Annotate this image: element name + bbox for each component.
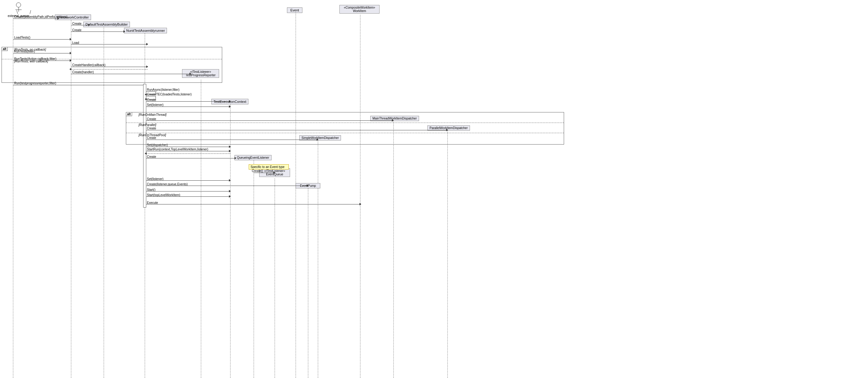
arrow-label-create-nunit: Create [72,28,82,32]
arrow-label-create-defaulttest: Create [72,22,82,25]
lifeline-simpledispatcher [318,140,318,378]
arrowhead-createhandler-return [69,68,71,70]
arrow-label-create-mainthreaddispatcher: Create [147,117,156,121]
arrowhead-createhandler [146,65,148,68]
fragment-condition-runonmainthread: [RunOnMainThread] [138,113,167,116]
arrowhead-set-listener2 [229,179,231,182]
arrow-startrun [146,151,230,151]
lifeline-workitem [360,15,361,378]
lifeline-eventqueue [275,178,275,378]
arrow-label-runtests-filter: RunTests(filter) [14,50,35,53]
actor-event: Event [287,7,302,13]
arrow-set-listener1 [146,107,230,107]
arrow-label-create-assemblypath: Create(assemblyPath,idPrefix,settings) [14,15,68,19]
arrowhead-runtests-filter [70,52,71,54]
arrow-label-createhandler: CreateHandler(callback) [72,63,105,67]
arrowhead-create-tec [229,100,231,103]
arrowhead-create-nunit [123,30,125,33]
arrowhead-execute [360,203,361,205]
fragment-divider-2a [126,123,564,123]
arrow-label-create-eventqueue: Create() [252,169,263,173]
actor-nunit-assemblyrunner: NunitTestAssemblyrunner [124,28,167,33]
arrow-label-execute: Execute [147,201,158,204]
arrowhead-loadtests [70,38,71,40]
arrowhead-create-queueing [235,157,236,159]
arrow-label-create-simpledispatcher: Create [147,136,156,140]
lifeline-eventpump [308,188,308,378]
sequence-diagram: external_runner FrameworkController Defa… [0,0,868,378]
arrowhead-runasync [145,93,147,96]
arrow-load [71,44,148,45]
arrow-create-queueing [146,158,236,158]
arrowhead-start-toplevel [229,195,231,198]
arrowhead-create-paralleldispatcher [446,129,448,131]
arrowhead-runtests-callback [70,59,71,62]
arrow-label-create-queueing: Create [147,155,156,158]
arrow-label-runasync: RunAsync(listener,filter) [147,88,180,91]
arrowhead-create-assemblypath [57,17,59,20]
arrowhead-create-handler [189,72,191,75]
arrow-label-runtests-callback: RunTests(Action callback,filter) [14,57,57,61]
arrow-loadtests [13,39,71,39]
arrowhead-set-listener1 [229,105,231,108]
arrow-label-set-listener2: Set(listener) [147,177,163,181]
arrow-runasync-top [146,91,156,92]
arrow-run-testprog [13,85,145,85]
arrow-label-set-dispatcher: Set(dispatcher) [147,143,168,147]
actor-queueingeventlistener: QueueingEventListener [235,155,272,160]
arrow-label-create-listenerqueue: Create(listener,queue,Events) [147,182,188,186]
fragment-alt-runonthread: alt [RunOnMainThread] [RunParallel] [Run… [126,112,564,145]
arrowhead-startrun [229,150,231,152]
arrow-label-start-toplevel: Start(topLevelWorkItem) [147,193,180,197]
actor-workitem: «CompositeWorkItem» WorkItem [339,5,379,13]
note-specific-event-type: Specific to an Event type [249,164,289,170]
arrowhead-create-eventqueue [273,171,275,174]
arrow-label-create-tec: Create [147,98,156,101]
activation-assemblyrunner [143,84,146,207]
arrow-label-start: Start() [147,188,156,192]
arrow-label-run-testprog: Run(testprogressreporter,filter) [14,82,56,85]
arrowhead-startrun-return [145,152,147,155]
arrow-label-createhandler2: Create(handler) [72,70,94,74]
arrow-label-create-paralleldispatcher: Create [147,126,156,130]
lifeline-event [296,12,296,378]
arrowhead-create-simpledispatcher [317,138,318,141]
arrow-label-startrun: StartRun(context,TopLevelWorkItem,listen… [147,148,208,151]
arrow-label-set-listener1: Set(listener) [147,103,163,107]
fragment-condition-runparallel: [RunParallel] [138,123,156,126]
arrowhead-create-defaulttest [88,24,90,26]
arrowhead-create-mainthreaddispatcher [392,119,394,122]
lifeline-testexecutioncontext [230,104,230,378]
arrow-start [146,191,230,192]
arrow-label-loadtests: LoadTests() [14,36,30,39]
arrowhead-load [146,43,148,46]
arrowhead-start [229,190,231,193]
arrow-label-createtec: CreateTEC(loadedTests,listener) [147,93,192,96]
arrow-create-assemblypath [13,19,59,19]
lifeline-paralleldispatcher [447,130,448,378]
lifeline-queueingeventlistener [254,160,254,378]
fragment-label-alt2: alt [126,112,132,116]
arrow-execute [146,204,361,204]
arrow-createtec-top [146,96,156,96]
actor-defaulttestassemblybuilder: DefaultTestAssemblyBuilder [83,22,130,27]
arrow-set-dispatcher [146,147,230,147]
arrow-label-load: Load [72,41,79,45]
arrowhead-createtec [145,98,147,100]
arrowhead-set-dispatcher [229,145,231,148]
arrow-startrun-return [146,153,230,154]
fragment-label-alt: alt [2,47,8,51]
arrowhead-create-listenerqueue [307,184,309,187]
fragment-divider-2b [126,133,564,133]
